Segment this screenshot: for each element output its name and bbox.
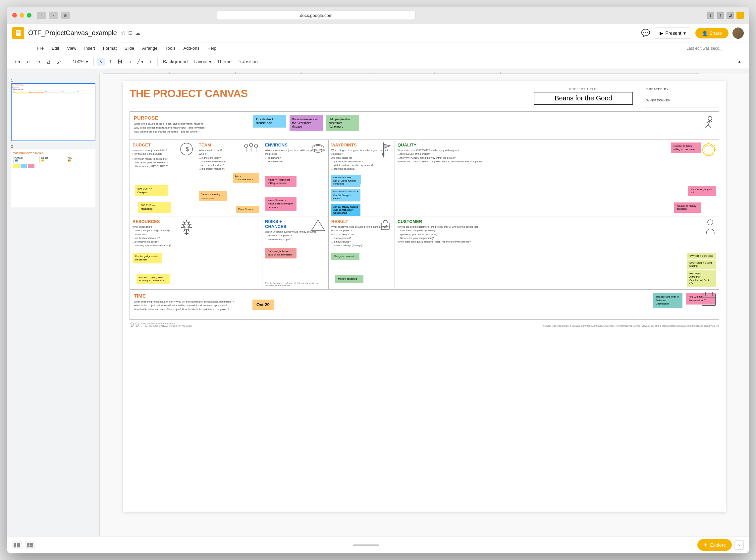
add-button[interactable]: + ▾: [12, 58, 22, 66]
tabs-icon[interactable]: ⊡: [727, 12, 734, 19]
sticky-pm-tools: For PM = Trello, Slack, Building B room …: [137, 274, 170, 285]
separator-3: [157, 58, 158, 66]
calendar-icon: 7: [701, 291, 716, 307]
explore-label: Explore: [710, 542, 726, 548]
canvas-area[interactable]: THE PROJECT CANVAS PROJECT TITLE: Beans …: [100, 74, 749, 536]
star-icon[interactable]: ☆: [121, 30, 126, 36]
canvas-header: THE PROJECT CANVAS PROJECT TITLE: Beans …: [129, 87, 719, 107]
waypoints-icon: [380, 142, 392, 159]
share-icon[interactable]: ↑: [717, 12, 724, 19]
menu-file[interactable]: File: [34, 44, 47, 52]
forward-button[interactable]: ›: [49, 12, 58, 19]
project-title-label: PROJECT TITLE:: [534, 87, 633, 91]
footer-license: This work is licensed under a Creative C…: [541, 325, 719, 327]
cursor-tool[interactable]: ↖: [97, 58, 105, 66]
cloud-icon[interactable]: ☁: [135, 30, 141, 36]
sticky-oct29: Oct 29: [252, 300, 274, 310]
theme-btn[interactable]: Theme: [215, 58, 234, 66]
menu-view[interactable]: View: [64, 44, 80, 52]
share-person-icon: 👤: [702, 31, 708, 36]
url-text: docs.google.com: [300, 13, 332, 18]
menu-addons[interactable]: Add-ons: [180, 44, 203, 52]
toolbar-right: 💬 ▶ Present ▾ 👤 Share: [641, 27, 744, 39]
menu-edit[interactable]: Edit: [48, 44, 62, 52]
transition-btn[interactable]: Transition: [236, 58, 260, 66]
sticky-500eur: 500 EUR =>Gadgets: [135, 185, 168, 196]
layout-btn[interactable]: Layout ▾: [192, 58, 213, 66]
svg-text:©: ©: [136, 324, 138, 326]
background-btn[interactable]: Background: [161, 58, 190, 66]
scrollbar-area: [35, 544, 697, 546]
close-button[interactable]: [12, 13, 17, 18]
menu-format[interactable]: Format: [100, 44, 120, 52]
user-avatar[interactable]: [733, 27, 744, 39]
svg-rect-40: [381, 223, 389, 229]
customer-title: CUSTOMER: [397, 219, 716, 224]
formatting-toolbar: + ▾ ↩ ↪ 🖨 🖌 100% ▾ ↖ T 🖼 ○ ╱ ▾ + Backgro…: [7, 54, 749, 69]
download-icon[interactable]: ↓: [707, 12, 714, 19]
sticky-daria: Daria = Marketing: [199, 191, 225, 198]
menu-help[interactable]: Help: [204, 44, 220, 52]
url-bar[interactable]: docs.google.com: [217, 11, 415, 20]
folder-icon[interactable]: ⊡: [128, 30, 132, 36]
slide-thumb-1[interactable]: 1 THE PROJECT CANVAS PROJECT TITLE: Bean…: [11, 78, 96, 141]
result-icon: [379, 219, 392, 234]
menu-tools[interactable]: Tools: [162, 44, 179, 52]
slide-footer: © © Over the Fence overthefence.de(THE P…: [129, 322, 719, 327]
traffic-lights: [12, 13, 32, 18]
doc-title: OTF_ProjectCanvas_example: [28, 29, 117, 37]
svg-point-21: [249, 143, 253, 147]
shape-tool[interactable]: ○: [126, 58, 133, 66]
present-button[interactable]: ▶ Present ▾: [654, 27, 691, 39]
quality-icon: [701, 142, 716, 159]
time-row: TIME When does the project actually star…: [130, 289, 719, 319]
tab-button[interactable]: ⊞: [61, 12, 70, 19]
present-dropdown-icon[interactable]: ▾: [683, 31, 686, 36]
text-tool[interactable]: T: [107, 58, 114, 66]
filmstrip-view-btn[interactable]: [12, 541, 22, 549]
undo-button[interactable]: ↩: [24, 58, 33, 66]
paint-format-button[interactable]: 🖌: [55, 58, 64, 66]
comment-icon[interactable]: 💬: [641, 29, 650, 37]
collapse-panel-btn[interactable]: ›: [734, 540, 744, 550]
redo-button[interactable]: ↪: [35, 58, 42, 66]
share-button[interactable]: 👤 Share: [695, 28, 729, 38]
time-text: When does the project actually start? Wh…: [134, 300, 245, 311]
fullscreen-button[interactable]: [27, 13, 32, 18]
line-tool[interactable]: ╱ ▾: [135, 58, 145, 66]
created-by-label: CREATED BY:: [646, 87, 719, 91]
sticky-recipient: RECIPIENT = Alzheimer Gesellschaft Berli…: [687, 271, 716, 287]
image-tool[interactable]: 🖼: [116, 58, 124, 66]
budget-section: BUDGET $ How much money is available? Ho…: [130, 140, 196, 216]
last-edit: Last edit was seco...: [687, 46, 722, 51]
insert-tool[interactable]: +: [147, 58, 154, 66]
risks-footer-text: Events that can be influenced: risk even…: [265, 282, 326, 287]
collapse-toolbar-btn[interactable]: ▲: [735, 58, 744, 66]
menu-arrange[interactable]: Arrange: [139, 44, 161, 52]
purpose-line1: What is the cause of the project? (also:…: [134, 122, 245, 126]
new-tab-icon[interactable]: +: [736, 12, 744, 19]
share-label: Share: [710, 31, 722, 36]
zoom-button[interactable]: 100% ▾: [70, 58, 90, 66]
footer-left: © © Over the Fence overthefence.de(THE P…: [129, 322, 192, 327]
sticky-dec1: Dec 1: Crowd-funding completed: [331, 178, 361, 187]
minimize-button[interactable]: [20, 13, 24, 18]
menu-insert[interactable]: Insert: [81, 44, 98, 52]
risks-icon: [311, 219, 326, 234]
back-button[interactable]: ‹: [37, 12, 46, 19]
svg-point-23: [254, 144, 258, 147]
menu-slide[interactable]: Slide: [121, 44, 138, 52]
slide-thumb-2[interactable]: 2 THE PROJECT CANVAS PURPOSEhelp BUDGET5…: [11, 144, 96, 207]
svg-line-13: [705, 125, 708, 127]
app-logo: [12, 27, 24, 39]
purpose-section: PURPOSE What is the cause of the project…: [130, 112, 249, 140]
grid-view-btn[interactable]: [25, 541, 35, 549]
purpose-row: PURPOSE What is the cause of the project…: [130, 112, 719, 140]
sticky-300eur: 300 EUR =>Marketing: [138, 202, 171, 213]
sticky-jan31: Jan 31: Money handed over to Alzheimer G…: [331, 204, 361, 216]
time-stickies: Oct 29 Jan 31: Hand-over to Alzheimer Ge…: [249, 289, 719, 319]
resources-icon: [180, 219, 193, 237]
print-button[interactable]: 🖨: [44, 58, 53, 66]
slide-num-2: 2: [11, 144, 96, 148]
explore-button[interactable]: ✦ Explore: [697, 539, 732, 551]
